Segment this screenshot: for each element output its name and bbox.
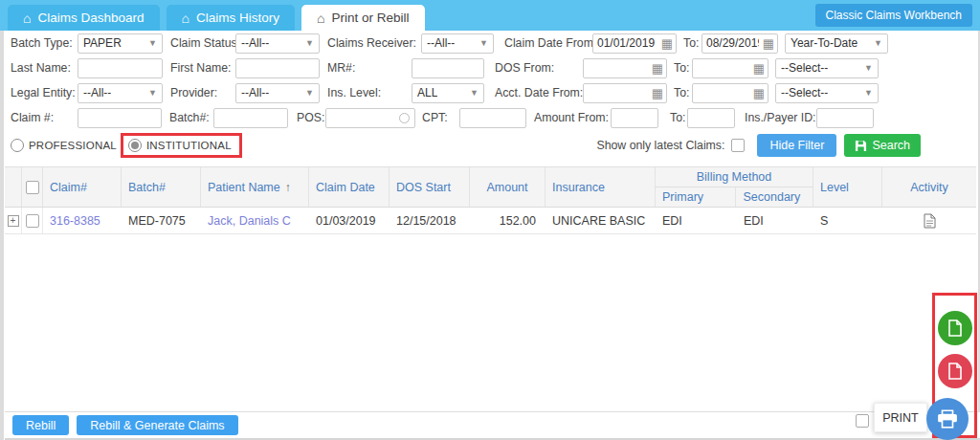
amount-from-field[interactable] bbox=[611, 108, 658, 128]
calendar-icon[interactable]: ▦ bbox=[652, 62, 666, 75]
file-icon bbox=[947, 363, 963, 380]
pos-input[interactable] bbox=[326, 109, 399, 127]
generate-claims-file-green-button[interactable] bbox=[938, 311, 972, 345]
claim-date-from-label: Claim Date From: bbox=[504, 36, 592, 50]
dos-to-input[interactable] bbox=[693, 59, 753, 77]
last-name-field[interactable] bbox=[78, 58, 163, 78]
dos-range-select[interactable]: --Select-- ▼ bbox=[775, 58, 879, 78]
acct-date-to-field[interactable]: ▦ bbox=[692, 83, 768, 103]
claim-date-from-input[interactable] bbox=[593, 34, 661, 53]
claim-number-link[interactable]: 316-8385 bbox=[50, 214, 100, 228]
expand-row-button[interactable]: + bbox=[8, 215, 19, 227]
search-button-label: Search bbox=[872, 139, 910, 152]
last-name-input[interactable] bbox=[78, 59, 162, 77]
batch-type-select[interactable]: PAPER ▼ bbox=[78, 33, 163, 54]
tab-claims-dashboard[interactable]: ⌂ Claims Dashboard bbox=[8, 5, 160, 31]
lookup-circle-icon[interactable] bbox=[399, 113, 410, 123]
printer-icon bbox=[937, 409, 958, 429]
activity-cell bbox=[882, 208, 976, 233]
provider-select[interactable]: --All-- ▼ bbox=[235, 83, 320, 103]
col-claim[interactable]: Claim# bbox=[43, 167, 122, 207]
dos-from-field[interactable]: ▦ bbox=[583, 58, 667, 78]
calendar-icon[interactable]: ▦ bbox=[753, 87, 768, 99]
rebill-generate-claims-button[interactable]: Rebill & Generate Claims bbox=[77, 415, 237, 435]
claim-date-range-select[interactable]: Year-To-Date ▼ bbox=[785, 33, 888, 54]
cpt-field[interactable] bbox=[459, 108, 526, 128]
claims-receiver-select[interactable]: --All-- ▼ bbox=[421, 33, 494, 54]
calendar-icon[interactable]: ▦ bbox=[763, 37, 777, 50]
ins-payer-id-field[interactable] bbox=[816, 108, 874, 128]
legal-entity-select[interactable]: --All-- ▼ bbox=[78, 83, 163, 103]
amount-to-input[interactable] bbox=[688, 109, 734, 127]
calendar-icon[interactable]: ▦ bbox=[652, 87, 666, 99]
row-checkbox[interactable] bbox=[26, 214, 39, 228]
col-insurance[interactable]: Insurance bbox=[546, 167, 656, 207]
activity-document-icon[interactable] bbox=[924, 213, 936, 229]
filter-row-5: PROFESSIONAL INSTITUTIONAL Show only lat… bbox=[5, 130, 980, 161]
first-name-input[interactable] bbox=[236, 59, 319, 77]
level-cell: S bbox=[813, 208, 882, 233]
mr-number-field[interactable] bbox=[412, 58, 484, 78]
provider-label: Provider: bbox=[170, 86, 235, 99]
col-dos-start[interactable]: DOS Start bbox=[390, 167, 470, 207]
radio-professional[interactable] bbox=[11, 139, 24, 152]
tab-claims-history[interactable]: ⌂ Claims History bbox=[167, 5, 295, 31]
calendar-icon[interactable]: ▦ bbox=[753, 62, 768, 75]
claim-status-select[interactable]: --All-- ▼ bbox=[235, 33, 320, 54]
show-latest-claims-checkbox[interactable] bbox=[731, 139, 745, 152]
claim-status-value: --All-- bbox=[241, 36, 269, 50]
col-primary[interactable]: Primary bbox=[656, 187, 736, 207]
claim-date-from-field[interactable]: ▦ bbox=[592, 33, 677, 54]
acct-date-from-input[interactable] bbox=[584, 84, 652, 102]
select-all-checkbox[interactable] bbox=[26, 181, 39, 194]
tab-print-or-rebill[interactable]: ⌂ Print or Rebill bbox=[301, 5, 425, 31]
col-amount[interactable]: Amount bbox=[470, 167, 546, 207]
search-button[interactable]: Search bbox=[844, 134, 921, 157]
page-left-border bbox=[0, 31, 4, 440]
amount-from-input[interactable] bbox=[612, 109, 657, 127]
ins-level-select[interactable]: ALL ▼ bbox=[412, 83, 484, 103]
batch-number-field[interactable] bbox=[213, 108, 288, 128]
tab-claims-dashboard-label: Claims Dashboard bbox=[37, 11, 144, 25]
claim-date-to-field[interactable]: ▦ bbox=[702, 33, 778, 54]
col-secondary[interactable]: Secondary bbox=[736, 187, 813, 207]
dos-to-field[interactable]: ▦ bbox=[692, 58, 768, 78]
patient-name-link[interactable]: Jack, Danials C bbox=[208, 214, 291, 228]
generate-claims-file-red-button[interactable] bbox=[938, 354, 972, 388]
claim-number-field[interactable] bbox=[78, 108, 162, 128]
batch-type-label: Batch Type: bbox=[11, 36, 78, 50]
legal-entity-label: Legal Entity: bbox=[11, 86, 78, 99]
dos-from-input[interactable] bbox=[584, 59, 652, 77]
claim-date-to-input[interactable] bbox=[702, 34, 763, 53]
print-checkbox[interactable] bbox=[856, 414, 869, 428]
hide-filter-button[interactable]: Hide Filter bbox=[757, 134, 836, 157]
first-name-field[interactable] bbox=[235, 58, 320, 78]
cpt-input[interactable] bbox=[460, 109, 525, 127]
table-row: + 316-8385 MED-7075 Jack, Danials C 01/0… bbox=[5, 208, 976, 234]
col-level[interactable]: Level bbox=[813, 167, 882, 207]
acct-date-range-value: --Select-- bbox=[781, 86, 828, 99]
ins-payer-id-label: Ins./Payer ID: bbox=[745, 111, 816, 124]
print-fab-button[interactable] bbox=[926, 398, 969, 440]
claims-table: Claim# Batch# Patient Name ↑ Claim Date … bbox=[5, 166, 976, 234]
batch-cell: MED-7075 bbox=[122, 208, 201, 233]
calendar-icon[interactable]: ▦ bbox=[661, 37, 676, 50]
acct-date-range-select[interactable]: --Select-- ▼ bbox=[775, 83, 879, 103]
acct-date-to-input[interactable] bbox=[693, 84, 753, 102]
acct-date-from-field[interactable]: ▦ bbox=[583, 83, 667, 103]
ins-payer-id-input[interactable] bbox=[817, 109, 873, 127]
radio-institutional[interactable] bbox=[128, 139, 142, 152]
save-disk-icon bbox=[855, 140, 867, 152]
col-batch[interactable]: Batch# bbox=[122, 167, 201, 207]
rebill-button[interactable]: Rebill bbox=[12, 415, 69, 435]
classic-claims-workbench-button[interactable]: Classic Claims Workbench bbox=[815, 4, 972, 27]
mr-number-input[interactable] bbox=[412, 59, 483, 77]
pos-field[interactable] bbox=[325, 108, 415, 128]
claim-number-input[interactable] bbox=[78, 109, 161, 127]
claim-status-label: Claim Status: bbox=[170, 36, 235, 50]
col-patient[interactable]: Patient Name ↑ bbox=[201, 167, 309, 207]
batch-number-input[interactable] bbox=[214, 109, 287, 127]
amount-to-field[interactable] bbox=[687, 108, 735, 128]
col-claim-date[interactable]: Claim Date bbox=[309, 167, 390, 207]
print-label[interactable]: PRINT bbox=[874, 403, 927, 432]
